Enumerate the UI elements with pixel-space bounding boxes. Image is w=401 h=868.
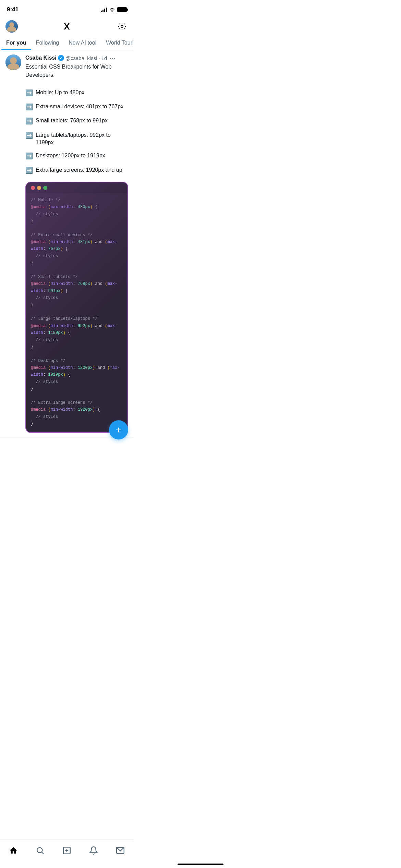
breakpoint-text-3: Small tablets: 768px to 991px bbox=[36, 117, 108, 124]
code-line: /* Desktops */ bbox=[31, 358, 123, 364]
tab-new-ai-tool[interactable]: New AI tool bbox=[64, 36, 101, 50]
list-item: ➡️ Extra large screens: 1920px and up bbox=[25, 164, 128, 178]
tweet-header: Csaba Kissi ✓ @csaba_kissi · 1d ··· Esse… bbox=[5, 55, 128, 83]
code-line bbox=[31, 225, 123, 231]
code-line: // styles bbox=[31, 211, 123, 218]
arrow-emoji-1: ➡️ bbox=[25, 89, 33, 97]
verified-badge: ✓ bbox=[58, 55, 64, 61]
user-avatar[interactable] bbox=[5, 20, 18, 33]
code-line bbox=[31, 350, 123, 357]
list-item: ➡️ Desktops: 1200px to 1919px bbox=[25, 149, 128, 163]
breakpoint-text-2: Extra small devices: 481px to 767px bbox=[36, 103, 123, 110]
tweet-author-line: Csaba Kissi ✓ @csaba_kissi · 1d ··· bbox=[25, 55, 128, 61]
compose-plus-icon: + bbox=[116, 425, 121, 435]
code-line: // styles bbox=[31, 337, 123, 343]
avatar-face bbox=[10, 57, 17, 64]
breakpoints-section: ➡️ Mobile: Up to 480px ➡️ Extra small de… bbox=[25, 86, 128, 433]
breakpoint-text-4: Large tablets/laptops: 992px to 1199px bbox=[36, 131, 128, 147]
list-item: ➡️ Small tablets: 768px to 991px bbox=[25, 114, 128, 128]
breakpoint-list: ➡️ Mobile: Up to 480px ➡️ Extra small de… bbox=[25, 86, 128, 178]
code-line: } bbox=[31, 260, 123, 266]
tweet-more-button[interactable]: ··· bbox=[108, 55, 117, 61]
tweet-author-avatar[interactable] bbox=[5, 55, 21, 70]
settings-button[interactable] bbox=[116, 20, 128, 33]
code-line bbox=[31, 393, 123, 399]
code-line bbox=[31, 267, 123, 274]
tweet-dot: · bbox=[98, 55, 100, 61]
list-item: ➡️ Extra small devices: 481px to 767px bbox=[25, 100, 128, 114]
code-line: /* Large tablets/laptops */ bbox=[31, 315, 123, 322]
code-line: @media (min-width: 1200px) and (max-widt… bbox=[31, 364, 123, 378]
avatar-image bbox=[5, 20, 18, 33]
code-line: } bbox=[31, 302, 123, 309]
code-line: /* Mobile */ bbox=[31, 197, 123, 204]
breakpoint-text-5: Desktops: 1200px to 1919px bbox=[36, 152, 105, 159]
list-item: ➡️ Large tablets/laptops: 992px to 1199p… bbox=[25, 129, 128, 149]
tweet-meta: Csaba Kissi ✓ @csaba_kissi · 1d ··· Esse… bbox=[25, 55, 128, 83]
arrow-emoji-4: ➡️ bbox=[25, 131, 33, 140]
tab-bar: For you Following New AI tool World Tour… bbox=[0, 36, 134, 50]
code-header bbox=[26, 182, 127, 193]
battery-icon bbox=[117, 7, 127, 12]
status-time: 9:41 bbox=[7, 6, 19, 13]
tab-world-tourism[interactable]: World Tourism bbox=[101, 36, 134, 50]
code-line: // styles bbox=[31, 294, 123, 301]
code-line: @media (min-width: 992px) and (max-width… bbox=[31, 323, 123, 337]
code-line: // styles bbox=[31, 253, 123, 260]
code-line: @media (min-width: 481px) and (max-width… bbox=[31, 239, 123, 253]
tweet-handle: @csaba_kissi bbox=[65, 55, 97, 61]
tab-for-you[interactable]: For you bbox=[1, 36, 31, 50]
dot-red bbox=[31, 186, 35, 190]
svg-point-0 bbox=[121, 25, 123, 27]
code-block: /* Mobile */ @media (max-width: 480px) {… bbox=[25, 182, 128, 433]
code-line bbox=[31, 309, 123, 315]
compose-fab[interactable]: + bbox=[109, 420, 128, 439]
arrow-emoji-2: ➡️ bbox=[25, 103, 33, 111]
status-icons bbox=[101, 7, 127, 12]
avatar-body bbox=[8, 63, 19, 70]
code-line: @media (max-width: 480px) { bbox=[31, 204, 123, 210]
list-item: ➡️ Mobile: Up to 480px bbox=[25, 86, 128, 100]
bar3 bbox=[104, 9, 105, 12]
code-line: } bbox=[31, 218, 123, 225]
code-line: } bbox=[31, 343, 123, 350]
code-line: } bbox=[31, 385, 123, 392]
tweet-content-area: Essential CSS Breakpoints for Web Develo… bbox=[25, 63, 128, 79]
wifi-icon bbox=[109, 7, 115, 12]
code-line: // styles bbox=[31, 413, 123, 420]
code-line: @media (min-width: 768px) and (max-width… bbox=[31, 280, 123, 294]
app-header: X bbox=[0, 17, 134, 36]
tab-following[interactable]: Following bbox=[31, 36, 64, 50]
status-bar: 9:41 bbox=[0, 0, 134, 17]
code-line: /* Extra large screens */ bbox=[31, 399, 123, 406]
avatar-bg bbox=[5, 55, 21, 70]
code-line: // styles bbox=[31, 378, 123, 385]
tweet-author-name[interactable]: Csaba Kissi bbox=[25, 55, 57, 61]
code-line: /* Extra small devices */ bbox=[31, 232, 123, 239]
gear-icon bbox=[118, 22, 126, 31]
verified-check-icon: ✓ bbox=[60, 56, 62, 60]
feed-content: Csaba Kissi ✓ @csaba_kissi · 1d ··· Esse… bbox=[0, 50, 134, 468]
bar1 bbox=[101, 11, 102, 12]
code-line: } bbox=[31, 420, 123, 427]
tweet: Csaba Kissi ✓ @csaba_kissi · 1d ··· Esse… bbox=[0, 50, 134, 437]
code-line: @media (min-width: 1920px) { bbox=[31, 406, 123, 413]
code-content: /* Mobile */ @media (max-width: 480px) {… bbox=[26, 193, 127, 432]
code-line: /* Small tablets */ bbox=[31, 274, 123, 280]
signal-bars-icon bbox=[101, 7, 107, 12]
tweet-time: 1d bbox=[101, 55, 107, 61]
breakpoint-text-1: Mobile: Up to 480px bbox=[36, 89, 84, 96]
dot-green bbox=[43, 186, 47, 190]
arrow-emoji-3: ➡️ bbox=[25, 117, 33, 125]
arrow-emoji-5: ➡️ bbox=[25, 152, 33, 160]
tweet-intro: Essential CSS Breakpoints for Web Develo… bbox=[25, 63, 128, 79]
dot-yellow bbox=[37, 186, 41, 190]
breakpoint-text-6: Extra large screens: 1920px and up bbox=[36, 166, 122, 174]
bar4 bbox=[106, 8, 107, 12]
bar2 bbox=[102, 10, 104, 12]
x-logo: X bbox=[64, 21, 70, 32]
arrow-emoji-6: ➡️ bbox=[25, 166, 33, 175]
